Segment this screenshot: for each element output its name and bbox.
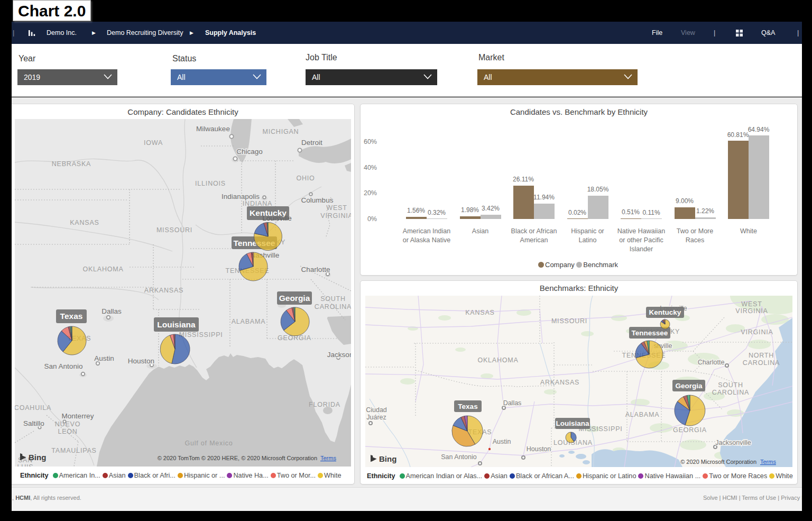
svg-text:Saltillo: Saltillo [23,419,44,427]
svg-text:Houston: Houston [527,445,551,453]
svg-text:CAROLINA: CAROLINA [712,389,749,396]
svg-text:TAMAULIPAS: TAMAULIPAS [51,447,96,454]
svg-text:GEORGIA: GEORGIA [673,426,707,434]
svg-text:LUIS: LUIS [17,463,34,467]
svg-text:Monterrey: Monterrey [62,412,94,420]
svg-text:Texas: Texas [60,312,83,321]
svg-text:LEON: LEON [58,428,77,435]
svg-text:VIRGINIA: VIRGINIA [320,212,351,220]
svg-text:Chicago: Chicago [236,148,263,156]
svg-text:NEBRASKA: NEBRASKA [52,160,91,168]
svg-text:VIRGINIA: VIRGINIA [735,307,768,315]
svg-text:Bing: Bing [29,453,46,462]
svg-text:KANSAS: KANSAS [465,309,495,316]
svg-text:COAHUILA: COAHUILA [15,404,51,412]
svg-text:Dallas: Dallas [503,399,522,407]
svg-text:WEST: WEST [326,204,347,212]
svg-text:Milwaukee: Milwaukee [196,125,230,133]
svg-text:Juárez: Juárez [366,414,386,421]
svg-text:Columbus: Columbus [301,196,334,204]
svg-text:San Antonio: San Antonio [441,453,476,461]
svg-text:Jacksonville: Jacksonville [715,439,751,446]
svg-text:NUEVO: NUEVO [55,421,80,428]
svg-text:ILLINOIS: ILLINOIS [195,180,226,187]
svg-text:MISSISSIPPI: MISSISSIPPI [179,331,223,339]
svg-text:SOUTH: SOUTH [718,381,743,389]
svg-text:OKLAHOMA: OKLAHOMA [82,266,123,273]
svg-text:Detroit: Detroit [301,139,322,147]
svg-text:Louisville: Louisville [262,214,292,222]
svg-text:KANSAS: KANSAS [70,219,99,226]
svg-text:Dallas: Dallas [102,307,122,315]
svg-text:Terms: Terms [320,455,336,461]
svg-text:Georgia: Georgia [279,294,310,303]
svg-text:ARKANSAS: ARKANSAS [144,287,183,294]
svg-text:NORTH: NORTH [749,352,774,359]
svg-text:OHIO: OHIO [296,175,315,182]
svg-text:INDIANA: INDIANA [243,200,272,207]
svg-text:WEST: WEST [741,300,762,308]
svg-text:Ciudad: Ciudad [366,406,387,414]
svg-text:MICHIGAN: MICHIGAN [263,128,299,135]
svg-text:Tennessee: Tennessee [632,329,668,337]
svg-text:VIRGINIA: VIRGINIA [741,328,773,336]
svg-text:Louisiana: Louisiana [556,419,589,427]
svg-text:ARKANSAS: ARKANSAS [540,379,579,386]
svg-text:Austin: Austin [493,438,511,445]
svg-text:IOWA: IOWA [144,139,163,147]
svg-text:Charlotte: Charlotte [301,266,330,273]
svg-text:Gulf of Mexico: Gulf of Mexico [184,440,233,447]
svg-text:CAROLINA: CAROLINA [743,359,780,367]
svg-text:MISSOURI: MISSOURI [156,226,192,234]
svg-text:Terms: Terms [760,459,776,465]
svg-text:Austin: Austin [94,354,114,362]
svg-text:© 2020 TomTom © 2020 HERE, © 2: © 2020 TomTom © 2020 HERE, © 2020 Micros… [158,455,317,461]
svg-text:FLORIDA: FLORIDA [309,401,340,408]
svg-text:ALABAMA: ALABAMA [625,411,660,418]
svg-text:ALABAMA: ALABAMA [232,318,266,325]
svg-text:Houston: Houston [128,357,154,365]
svg-text:Indianapolis: Indianapolis [222,193,260,200]
svg-text:San Antonio: San Antonio [44,362,83,370]
svg-text:Georgia: Georgia [675,382,703,390]
svg-text:Charlotte: Charlotte [698,359,725,366]
svg-text:Bing: Bing [379,454,396,463]
svg-text:Jacksonvil: Jacksonvil [327,351,351,359]
svg-text:Louisiana: Louisiana [157,320,196,329]
svg-text:MISSOURI: MISSOURI [551,317,587,325]
svg-text:Kentucky: Kentucky [649,308,681,316]
svg-text:© 2020 Microsoft Corporation: © 2020 Microsoft Corporation [680,459,756,465]
svg-text:Texas: Texas [458,403,477,410]
svg-text:OKLAHOMA: OKLAHOMA [477,357,518,364]
svg-text:CAROLINA: CAROLINA [315,303,351,310]
svg-text:SOUTH: SOUTH [320,295,346,303]
